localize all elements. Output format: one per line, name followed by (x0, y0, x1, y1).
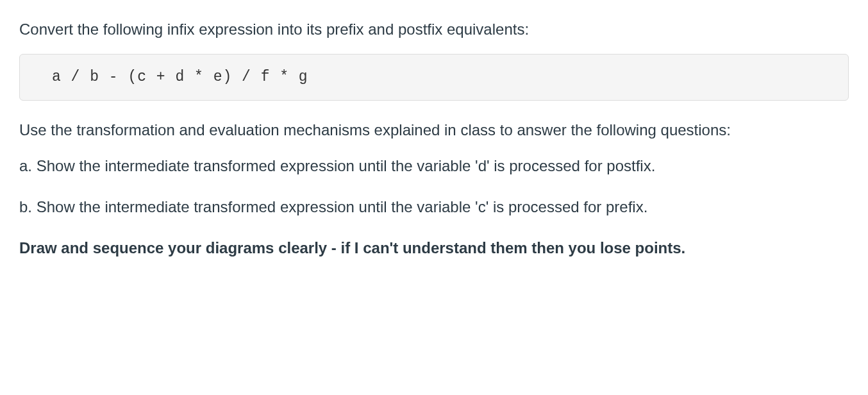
closing-warning: Draw and sequence your diagrams clearly … (19, 237, 849, 260)
intro-text: Convert the following infix expression i… (19, 18, 849, 41)
question-a: a. Show the intermediate transformed exp… (19, 155, 849, 178)
question-b: b. Show the intermediate transformed exp… (19, 196, 849, 219)
expression-code-block: a / b - (c + d * e) / f * g (19, 54, 849, 101)
instructions-text: Use the transformation and evaluation me… (19, 119, 849, 142)
